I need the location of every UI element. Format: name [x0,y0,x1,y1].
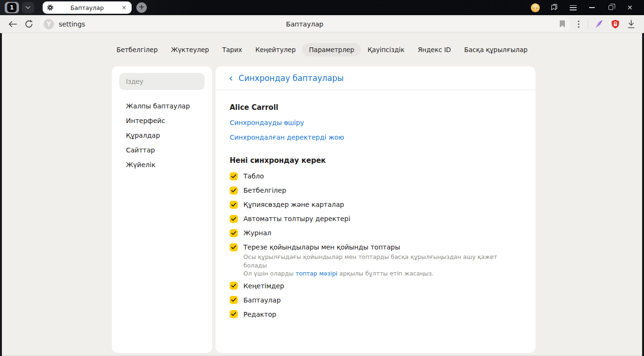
tab-counter-value: 1 [7,3,17,12]
checkmark-icon [231,231,236,235]
downloads-button[interactable] [623,17,639,31]
kebab-menu-icon [578,20,580,28]
disable-sync-link[interactable]: Синхрондауды өшіру [230,119,304,126]
quill-extension-button[interactable] [591,17,607,31]
chevron-down-icon [26,6,30,9]
tab-close-icon[interactable]: × [121,5,127,10]
checkmark-icon [231,298,236,302]
checkbox-settings[interactable] [230,296,238,304]
delete-synced-data-link[interactable]: Синхрондалған деректерді жою [230,134,344,141]
reload-button[interactable] [21,17,37,31]
tab-groups-menu-link[interactable]: топтар мәзірі [295,270,338,277]
description-line2-pre: Ол үшін оларды [243,270,295,277]
checkmark-icon [231,217,236,221]
settings-nav-tabs: Бетбелгілер Жүктеулер Тарих Кеңейтулер П… [2,43,642,56]
checkbox-extensions[interactable] [230,282,238,290]
checkmark-icon [231,203,236,207]
sync-label: Кеңетімдер [243,282,284,290]
sidebar-item-interface[interactable]: Интерфейс [126,117,205,125]
sidebar-item-tools[interactable]: Құралдар [126,132,205,139]
sidebar-item-sites[interactable]: Сайттар [126,146,205,154]
checkbox-bookmarks[interactable] [230,187,238,195]
sync-settings-panel: ‹ Синхрондау баптаулары Alice Carroll Си… [215,66,536,353]
checkbox-editor[interactable] [230,310,238,318]
nav-tab-security[interactable]: Қауіпсіздік [361,43,411,56]
sync-label: Автоматты толтыру деректері [243,214,350,223]
nav-tab-bookmarks[interactable]: Бетбелгілер [110,43,164,56]
sync-label: Журнал [243,229,271,237]
minimize-button[interactable] [582,0,601,15]
sync-label: Редактор [243,310,276,319]
sync-row-bookmarks: Бетбелгілер [230,186,521,195]
maximize-restore-button[interactable] [601,0,620,15]
gear-icon [47,4,54,11]
checkbox-passwords[interactable] [230,201,238,209]
sync-label: Терезе қойындылары мен қойынды топтары [243,243,400,251]
browser-menu-button[interactable] [564,0,582,15]
tab-list-chevron-button[interactable] [22,2,34,13]
back-button[interactable] [5,17,21,31]
window-titlebar: 1 Баптаулар × + [0,0,644,15]
tab-counter-button[interactable]: 1 [5,2,19,13]
settings-page: Бетбелгілер Жүктеулер Тарих Кеңейтулер П… [0,33,644,356]
checkbox-history[interactable] [230,229,238,237]
sync-row-tabs-groups: Терезе қойындылары мен қойынды топтары [230,243,521,251]
sync-row-tableau: Табло [230,172,521,180]
search-input[interactable] [119,73,205,90]
hamburger-menu-icon [570,5,577,10]
browser-toolbar: Y settings Баптаулар [0,15,644,33]
collections-button[interactable] [545,0,564,15]
checkmark-icon [231,245,236,249]
browser-tab[interactable]: Баптаулар × [43,1,132,14]
titlebar-controls: ✕ [526,0,639,15]
nav-tab-other-devices[interactable]: Басқа құрылғылар [457,43,534,56]
nav-tab-downloads[interactable]: Жүктеулер [164,43,215,56]
sync-tabs-description: Осы құрылғыдағы қойындылар мен топтарды … [243,253,521,278]
back-chevron-icon[interactable]: ‹ [229,73,233,83]
sidebar-item-general[interactable]: Жалпы баптаулар [126,102,205,110]
address-input[interactable]: settings [59,20,85,28]
sync-row-passwords: Құпиясөздер және карталар [230,200,521,209]
password-shield-icon [611,19,620,29]
checkbox-autofill[interactable] [230,215,238,223]
bookmark-page-button[interactable] [559,20,566,28]
settings-sidebar: Жалпы баптаулар Интерфейс Құралдар Сайтт… [112,66,212,353]
checkmark-icon [231,312,236,316]
nav-tab-history[interactable]: Тарих [215,43,249,56]
close-window-button[interactable]: ✕ [620,0,639,15]
sidebar-list: Жалпы баптаулар Интерфейс Құралдар Сайтт… [119,102,205,169]
sync-label: Бетбелгілер [243,186,286,195]
close-icon: ✕ [627,4,633,11]
sync-row-settings: Баптаулар [230,296,521,304]
checkmark-icon [231,188,236,193]
checkbox-tabs-groups[interactable] [230,243,238,251]
quill-icon [594,19,604,29]
sync-settings-body: Alice Carroll Синхрондауды өшіру Синхрон… [215,90,536,338]
toolbar-divider [588,19,588,29]
description-line1: Осы құрылғыдағы қойындылар мен топтарды … [243,253,497,269]
avatar [531,3,540,12]
password-manager-button[interactable] [607,17,623,31]
checkmark-icon [231,174,236,178]
sidebar-item-system[interactable]: Жүйелік [126,161,205,169]
checkbox-tableau[interactable] [230,172,238,180]
address-bar[interactable]: Y settings Баптаулар [40,17,570,31]
profile-avatar-button[interactable] [526,0,545,15]
description-line2-post: арқылы бұлтты етіп жасаңыз. [338,270,434,277]
new-tab-button[interactable]: + [136,2,147,13]
nav-tab-extensions[interactable]: Кеңейтулер [249,43,302,56]
sync-row-editor: Редактор [230,310,521,319]
download-icon [627,20,635,28]
reload-icon [25,20,33,28]
collections-bookmark-icon [550,4,558,11]
page-title: Баптаулар [40,20,570,28]
protect-badge-icon[interactable]: Y [44,19,54,29]
sync-settings-title[interactable]: Синхрондау баптаулары [239,73,344,83]
checkmark-icon [231,284,236,288]
nav-tab-settings[interactable]: Параметрлер [302,43,361,56]
sync-items-section-title: Нені синхрондау керек [230,156,521,165]
sync-label: Құпиясөздер және карталар [243,200,344,209]
nav-tab-yandex-id[interactable]: Яндекс ID [411,43,457,56]
tab-title: Баптаулар [54,4,121,11]
toolbar-kebab-menu-button[interactable] [572,17,585,31]
